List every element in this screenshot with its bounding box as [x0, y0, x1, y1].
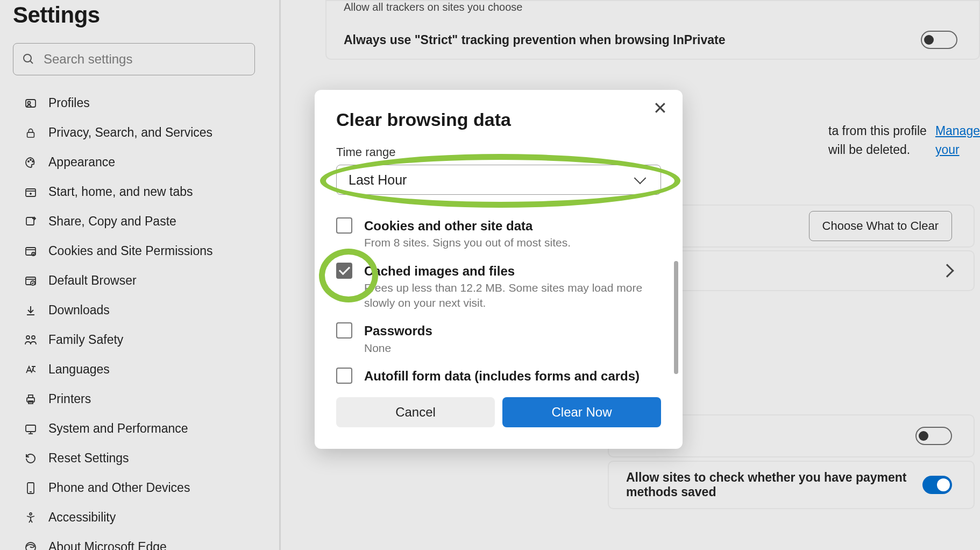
- svg-point-7: [32, 161, 33, 162]
- sidebar-item-accessibility[interactable]: Accessibility: [13, 503, 266, 532]
- palette-icon: [24, 156, 38, 170]
- sidebar-item-label: Appearance: [48, 155, 115, 170]
- payment-check-row: Allow sites to check whether you have pa…: [608, 461, 975, 509]
- profile-icon: [24, 96, 38, 110]
- check-desc: From 8 sites. Signs you out of most site…: [364, 235, 661, 250]
- permissions-icon: [24, 244, 38, 258]
- svg-point-0: [24, 54, 31, 62]
- sidebar-item-label: Default Browser: [48, 273, 137, 288]
- sidebar-item-label: System and Performance: [48, 421, 188, 436]
- check-item-1: Cached images and filesFrees up less tha…: [336, 263, 661, 311]
- sidebar: Settings ProfilesPrivacy, Search, and Se…: [0, 0, 281, 550]
- time-range-value: Last Hour: [349, 172, 407, 188]
- check-item-0: Cookies and other site dataFrom 8 sites.…: [336, 217, 661, 251]
- system-icon: [24, 422, 38, 436]
- close-icon[interactable]: ✕: [653, 100, 667, 117]
- svg-rect-25: [29, 395, 33, 398]
- trackers-subtext: Allow all trackers on sites you choose: [344, 1, 522, 13]
- sidebar-item-appearance[interactable]: Appearance: [13, 147, 266, 177]
- reset-icon: [24, 452, 38, 466]
- check-title: Cached images and files: [364, 263, 661, 279]
- family-icon: [24, 333, 38, 347]
- browser-icon: [24, 274, 38, 288]
- edge-icon: [24, 540, 38, 551]
- search-settings-box[interactable]: [13, 43, 255, 75]
- sidebar-item-phone-and-other-devices[interactable]: Phone and Other Devices: [13, 473, 266, 503]
- lock-icon: [24, 126, 38, 140]
- check-title: Passwords: [364, 322, 661, 339]
- sidebar-item-label: Start, home, and new tabs: [48, 185, 193, 199]
- strict-tracking-toggle[interactable]: [921, 31, 957, 49]
- choose-what-to-clear-button[interactable]: Choose What to Clear: [809, 211, 952, 241]
- sidebar-item-label: Reset Settings: [48, 451, 129, 466]
- svg-point-32: [30, 513, 32, 515]
- sidebar-item-label: Cookies and Site Permissions: [48, 244, 213, 258]
- svg-point-3: [28, 101, 31, 104]
- clear-now-button[interactable]: Clear Now: [502, 397, 661, 427]
- svg-point-6: [30, 159, 31, 160]
- svg-rect-27: [26, 425, 35, 432]
- checkbox-0[interactable]: [336, 217, 352, 234]
- svg-point-23: [32, 336, 35, 339]
- sidebar-item-profiles[interactable]: Profiles: [13, 88, 266, 118]
- language-icon: [24, 363, 38, 377]
- sidebar-item-privacy-search-and-services[interactable]: Privacy, Search, and Services: [13, 118, 266, 147]
- sidebar-item-start-home-and-new-tabs[interactable]: Start, home, and new tabs: [13, 177, 266, 207]
- check-title: Cookies and other site data: [364, 217, 661, 234]
- strict-tracking-label: Always use "Strict" tracking prevention …: [344, 33, 725, 47]
- time-range-label: Time range: [336, 145, 661, 159]
- sidebar-item-label: About Microsoft Edge: [48, 540, 167, 550]
- accessibility-icon: [24, 511, 38, 525]
- page-title: Settings: [13, 2, 266, 28]
- new-tab-icon: [24, 185, 38, 199]
- sidebar-item-label: Profiles: [48, 96, 90, 110]
- sidebar-item-label: Languages: [48, 362, 110, 377]
- sidebar-item-label: Phone and Other Devices: [48, 481, 190, 495]
- search-icon: [22, 53, 35, 66]
- chevron-right-icon: [940, 264, 954, 277]
- share-icon: [24, 215, 38, 229]
- checkbox-2[interactable]: [336, 322, 352, 339]
- clear-browsing-data-modal: ✕ Clear browsing data Time range Last Ho…: [315, 90, 683, 449]
- sidebar-item-system-and-performance[interactable]: System and Performance: [13, 414, 266, 443]
- download-icon: [24, 304, 38, 318]
- modal-scrollbar-thumb[interactable]: [674, 261, 678, 374]
- svg-point-22: [26, 336, 30, 339]
- sidebar-item-label: Share, Copy and Paste: [48, 214, 176, 229]
- check-item-2: PasswordsNone: [336, 322, 661, 356]
- svg-rect-13: [26, 248, 35, 255]
- toggle-off[interactable]: [915, 427, 952, 445]
- payment-toggle[interactable]: [922, 476, 953, 494]
- sidebar-item-label: Family Safety: [48, 333, 123, 347]
- sidebar-item-label: Privacy, Search, and Services: [48, 125, 212, 140]
- check-desc: Frees up less than 12.2 MB. Some sites m…: [364, 280, 661, 311]
- sidebar-item-languages[interactable]: Languages: [13, 355, 266, 384]
- checkbox-3[interactable]: [336, 368, 352, 384]
- sidebar-item-cookies-and-site-permissions[interactable]: Cookies and Site Permissions: [13, 236, 266, 266]
- sidebar-item-default-browser[interactable]: Default Browser: [13, 266, 266, 295]
- checkbox-1[interactable]: [336, 263, 352, 279]
- manage-your-link[interactable]: Manage your: [935, 122, 980, 159]
- check-desc: None: [364, 341, 661, 356]
- sidebar-item-label: Printers: [48, 392, 91, 406]
- sidebar-item-family-safety[interactable]: Family Safety: [13, 325, 266, 355]
- cancel-button[interactable]: Cancel: [336, 397, 495, 427]
- search-input[interactable]: [44, 52, 246, 67]
- sidebar-item-about-microsoft-edge[interactable]: About Microsoft Edge: [13, 532, 266, 550]
- time-range-dropdown[interactable]: Last Hour: [336, 165, 661, 195]
- sidebar-item-downloads[interactable]: Downloads: [13, 295, 266, 325]
- check-title: Autofill form data (includes forms and c…: [364, 368, 661, 384]
- sidebar-item-printers[interactable]: Printers: [13, 384, 266, 414]
- sidebar-item-share-copy-and-paste[interactable]: Share, Copy and Paste: [13, 207, 266, 236]
- printer-icon: [24, 392, 38, 406]
- sidebar-item-label: Downloads: [48, 303, 110, 318]
- payment-label: Allow sites to check whether you have pa…: [626, 470, 922, 499]
- svg-line-1: [30, 61, 33, 64]
- modal-title: Clear browsing data: [336, 109, 661, 130]
- sidebar-item-reset-settings[interactable]: Reset Settings: [13, 443, 266, 473]
- chevron-down-icon: [634, 172, 647, 185]
- check-item-3: Autofill form data (includes forms and c…: [336, 368, 661, 384]
- profile-delete-text: ta from this profile will be deleted. Ma…: [828, 122, 980, 159]
- svg-rect-4: [27, 132, 34, 137]
- svg-point-5: [28, 161, 29, 162]
